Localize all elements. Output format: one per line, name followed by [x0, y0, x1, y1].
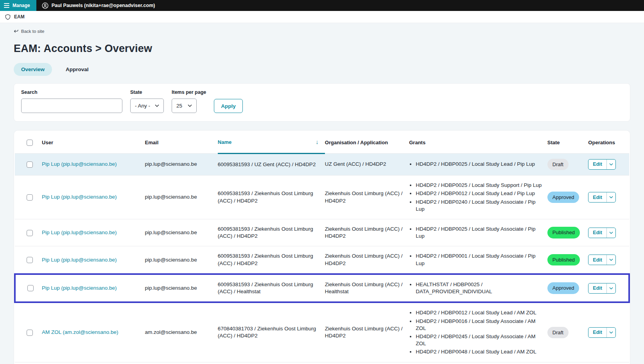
email-cell: pip.lup@sciensano.be	[145, 274, 218, 302]
row-checkbox[interactable]	[27, 285, 34, 291]
accounts-table: User Email ↓ Name Organisation / Applica…	[14, 131, 630, 364]
edit-dropdown-toggle[interactable]	[606, 255, 615, 265]
row-checkbox[interactable]	[27, 194, 33, 201]
edit-button[interactable]: Edit	[588, 255, 606, 265]
edit-button[interactable]: Edit	[588, 192, 606, 202]
user-link[interactable]: Pip Lup (pip.lup@sciensano.be)	[42, 257, 117, 263]
column-header-operations: Operations	[588, 131, 629, 153]
breadcrumb-item-eam[interactable]: EAM	[14, 14, 25, 20]
organisation-cell: UZ Gent (ACC) / HD4DP2	[325, 153, 409, 176]
email-cell: pip.lup@sciensano.be	[145, 153, 218, 176]
grant-item: HD4DP2 / HDBP0048 / Local Study Lead / A…	[416, 348, 542, 355]
row-checkbox[interactable]	[27, 330, 33, 336]
hamburger-icon	[4, 3, 9, 8]
grants-list: HEALTHSTAT / HDBP0025 / DATA_PROVIDER_IN…	[409, 281, 542, 295]
edit-dropdown-toggle[interactable]	[606, 328, 615, 337]
row-checkbox[interactable]	[27, 257, 33, 263]
search-label: Search	[21, 90, 122, 95]
grant-item: HD4DP2 / HDBP0012 / Local Study Lead / P…	[416, 190, 542, 197]
user-link[interactable]: Pip Lup (pip.lup@sciensano.be)	[42, 194, 117, 200]
filters-panel: Search State - Any - Items per page 25	[14, 83, 630, 122]
page-title: EAM: Accounts > Overview	[14, 43, 630, 55]
column-header-name[interactable]: ↓ Name	[218, 131, 325, 153]
select-all-checkbox[interactable]	[27, 140, 33, 146]
grant-item: HD4DP2 / HDBP0025 / Local Study Lead / P…	[416, 161, 542, 168]
edit-split-button: Edit	[588, 283, 616, 294]
grants-list: HD4DP2 / HDBP0025 / Local Study Support …	[409, 182, 542, 213]
user-link[interactable]: Pip Lup (pip.lup@sciensano.be)	[42, 285, 117, 291]
organisation-cell: Ziekenhuis Oost Limburg (ACC) / HD4DP2	[325, 219, 409, 246]
name-cell: 670840381703 / Ziekenhuis Oost Limburg (…	[218, 362, 325, 364]
chevron-down-icon	[609, 331, 613, 334]
sort-descending-icon: ↓	[316, 139, 319, 145]
table-row: AM ZOL (am.zol@sciensano.be)am.zol@scien…	[15, 302, 629, 362]
table-row: Pip Lup (pip.lup@sciensano.be)pip.lup@sc…	[15, 153, 629, 176]
state-badge: Approved	[547, 282, 579, 294]
items-per-page-select[interactable]: 25	[172, 99, 197, 113]
organisation-cell: Ziekenhuis Oost Limburg (ACC) / HD4DP2	[325, 246, 409, 274]
grant-item: HD4DP2 / HDBP0025 / Local Study Associat…	[416, 226, 542, 240]
table-row: Pip Lup (pip.lup@sciensano.be)pip.lup@sc…	[15, 219, 629, 246]
state-badge: Draft	[547, 327, 569, 339]
grant-item: HD4DP2 / HDBP0001 / Local Study Associat…	[416, 253, 542, 267]
chevron-down-icon	[188, 104, 192, 107]
edit-button[interactable]: Edit	[588, 328, 606, 337]
edit-dropdown-toggle[interactable]	[606, 228, 615, 238]
tab-approval[interactable]: Approval	[58, 63, 96, 76]
name-cell: 60095381593 / UZ Gent (ACC) / HD4DP2	[218, 153, 325, 176]
email-cell: pip.lup@sciensano.be	[145, 176, 218, 219]
column-header-state: State	[547, 131, 588, 153]
column-header-grants: Grants	[409, 131, 547, 153]
edit-button[interactable]: Edit	[588, 228, 606, 238]
edit-dropdown-toggle[interactable]	[606, 283, 615, 293]
table-row: Pip Lup (pip.lup@sciensano.be)pip.lup@sc…	[15, 274, 629, 302]
email-cell: pip.lup@sciensano.be	[145, 246, 218, 274]
edit-split-button: Edit	[588, 192, 616, 203]
edit-button[interactable]: Edit	[588, 160, 606, 169]
grant-item: HD4DP2 / HDBP0025 / Local Study Support …	[416, 182, 542, 189]
grant-item: HD4DP2 / HDBP0240 / Local Study Associat…	[416, 199, 542, 213]
edit-dropdown-toggle[interactable]	[606, 160, 615, 169]
state-select[interactable]: - Any -	[130, 99, 164, 113]
search-input[interactable]	[21, 99, 122, 113]
organisation-cell: Ziekenhuis Oost Limburg (ACC) / Healthst…	[325, 274, 409, 302]
user-account-button[interactable]: Paul Pauwels (nikita+rae@openadviser.com…	[36, 0, 161, 11]
name-cell: 60095381593 / Ziekenhuis Oost Limburg (A…	[218, 274, 325, 302]
tab-bar: Overview Approval	[14, 63, 630, 76]
manage-button[interactable]: Manage	[0, 0, 36, 11]
row-checkbox[interactable]	[27, 230, 33, 236]
admin-toolbar: Manage Paul Pauwels (nikita+rae@openadvi…	[0, 0, 644, 11]
name-cell: 670840381703 / Ziekenhuis Oost Limburg (…	[218, 302, 325, 362]
user-link[interactable]: Pip Lup (pip.lup@sciensano.be)	[42, 230, 117, 235]
state-badge: Published	[547, 254, 580, 266]
grants-list: HD4DP2 / HDBP0012 / Local Study Lead / A…	[409, 309, 542, 355]
grants-list: HD4DP2 / HDBP0001 / Local Study Associat…	[409, 253, 542, 267]
row-checkbox[interactable]	[27, 161, 33, 168]
state-field-group: State - Any -	[130, 90, 164, 113]
edit-split-button: Edit	[588, 327, 616, 338]
user-link[interactable]: Pip Lup (pip.lup@sciensano.be)	[42, 161, 117, 167]
name-cell: 60095381593 / Ziekenhuis Oost Limburg (A…	[218, 246, 325, 274]
user-icon	[42, 2, 48, 9]
user-label: Paul Pauwels (nikita+rae@openadviser.com…	[52, 3, 155, 8]
edit-dropdown-toggle[interactable]	[606, 192, 615, 202]
user-link[interactable]: AM ZOL (am.zol@sciensano.be)	[42, 329, 118, 335]
search-field-group: Search	[21, 90, 122, 113]
back-to-site-link[interactable]: Back to site	[14, 29, 44, 34]
table-row: AM ZOL (am.zol@sciensano.be)am.zol@scien…	[15, 362, 629, 364]
state-badge: Published	[547, 227, 580, 238]
edit-button[interactable]: Edit	[588, 283, 606, 293]
state-badge: Approved	[547, 192, 579, 203]
grants-list: HD4DP2 / HDBP0025 / Local Study Associat…	[409, 226, 542, 240]
grant-item: HEALTHSTAT / HDBP0025 / DATA_PROVIDER_IN…	[416, 281, 542, 295]
chevron-down-icon	[609, 258, 613, 261]
tab-overview[interactable]: Overview	[14, 63, 52, 76]
module-breadcrumb-bar: EAM	[0, 11, 644, 23]
items-per-page-label: Items per page	[172, 90, 206, 95]
organisation-cell: Ziekenhuis Oost Limburg (ACC) / HD4DP2	[325, 176, 409, 219]
apply-button[interactable]: Apply	[214, 99, 243, 113]
column-header-organisation: Organisation / Application	[325, 131, 409, 153]
chevron-down-icon	[155, 104, 159, 107]
grant-item: HD4DP2 / HDBP0245 / Local Study Associat…	[416, 333, 542, 347]
table-row: Pip Lup (pip.lup@sciensano.be)pip.lup@sc…	[15, 176, 629, 219]
